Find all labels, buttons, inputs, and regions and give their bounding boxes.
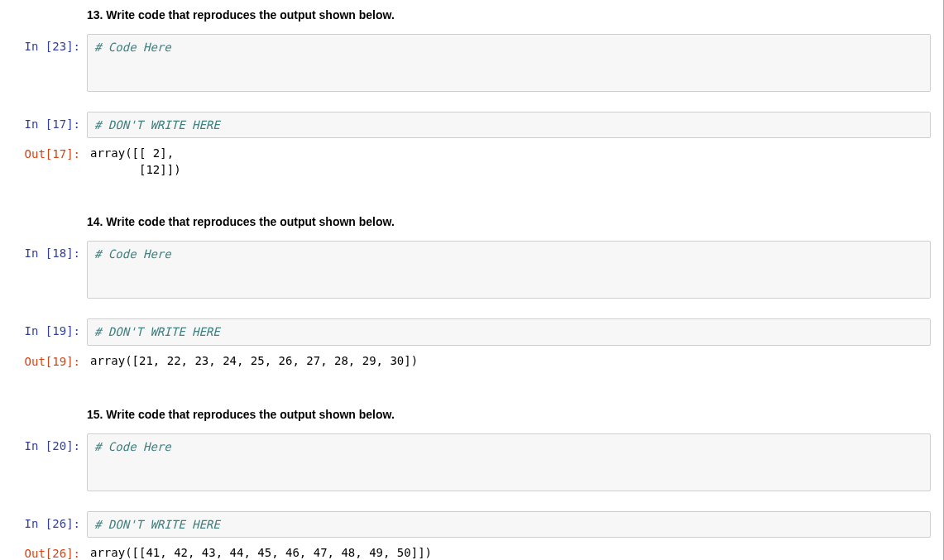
input-prompt: In [20]:: [12, 433, 87, 459]
question-title: 14. Write code that reproduces the outpu…: [87, 213, 931, 231]
code-input[interactable]: # DON'T WRITE HERE: [87, 511, 931, 538]
code-cell[interactable]: In [23]: # Code Here: [12, 32, 931, 93]
spacer: [12, 93, 931, 110]
output-cell: Out[17]: array([[ 2], [12]]): [12, 140, 931, 184]
output-text: array([21, 22, 23, 24, 25, 26, 27, 28, 2…: [87, 349, 931, 374]
spacer: [12, 200, 931, 207]
code-cell[interactable]: In [20]: # Code Here: [12, 432, 931, 493]
notebook-container: 13. Write code that reproduces the outpu…: [0, 0, 944, 560]
markdown-cell: 13. Write code that reproduces the outpu…: [87, 0, 931, 32]
code-input[interactable]: # DON'T WRITE HERE: [87, 112, 931, 138]
code-input[interactable]: # Code Here: [87, 433, 931, 491]
code-input[interactable]: # Code Here: [87, 241, 931, 299]
spacer: [12, 493, 931, 510]
code-input[interactable]: # DON'T WRITE HERE: [87, 318, 931, 345]
output-prompt: Out[19]:: [12, 349, 87, 375]
code-cell[interactable]: In [18]: # Code Here: [12, 239, 931, 300]
input-prompt: In [18]:: [12, 241, 87, 266]
output-prompt: Out[17]:: [12, 141, 87, 167]
code-comment: # DON'T WRITE HERE: [94, 118, 220, 132]
output-text: array([[41, 42, 43, 44, 45, 46, 47, 48, …: [87, 541, 931, 560]
output-text: array([[ 2], [12]]): [87, 141, 931, 182]
code-cell[interactable]: In [19]: # DON'T WRITE HERE: [12, 317, 931, 347]
input-prompt: In [23]:: [12, 34, 87, 60]
code-input[interactable]: # Code Here: [87, 34, 931, 92]
question-title: 15. Write code that reproduces the outpu…: [87, 406, 931, 424]
code-comment: # DON'T WRITE HERE: [94, 325, 220, 338]
output-prompt: Out[26]:: [12, 541, 87, 560]
markdown-cell: 14. Write code that reproduces the outpu…: [87, 207, 931, 239]
code-comment: # Code Here: [94, 440, 171, 453]
spacer: [12, 393, 931, 400]
output-cell: Out[26]: array([[41, 42, 43, 44, 45, 46,…: [12, 539, 931, 560]
code-comment: # DON'T WRITE HERE: [94, 518, 220, 531]
code-cell[interactable]: In [26]: # DON'T WRITE HERE: [12, 510, 931, 539]
spacer: [12, 300, 931, 317]
input-prompt: In [17]:: [12, 112, 87, 137]
code-comment: # Code Here: [94, 247, 171, 261]
input-prompt: In [19]:: [12, 318, 87, 344]
code-comment: # Code Here: [94, 41, 171, 54]
markdown-cell: 15. Write code that reproduces the outpu…: [87, 400, 931, 432]
question-title: 13. Write code that reproduces the outpu…: [87, 7, 931, 24]
spacer: [12, 184, 931, 200]
code-cell[interactable]: In [17]: # DON'T WRITE HERE: [12, 110, 931, 140]
input-prompt: In [26]:: [12, 511, 87, 537]
output-cell: Out[19]: array([21, 22, 23, 24, 25, 26, …: [12, 347, 931, 376]
spacer: [12, 376, 931, 393]
